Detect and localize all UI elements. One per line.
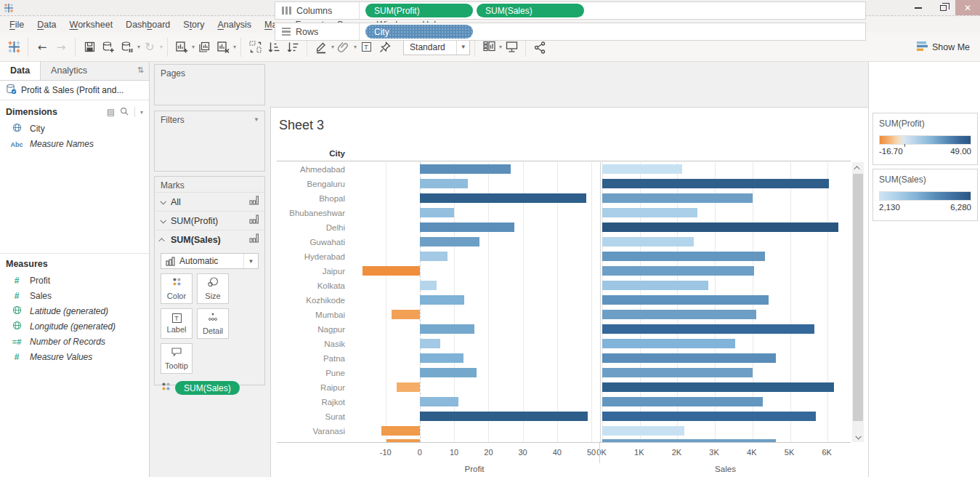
row-label-jaipur[interactable]: Jaipur [323, 264, 345, 278]
label-button[interactable]: T Label [161, 308, 193, 339]
data-source-item[interactable]: Profit & Sales (Profit and... [0, 81, 149, 100]
row-label-ahmedabad[interactable]: Ahmedabad [300, 162, 345, 177]
dimension-city[interactable]: City [0, 121, 149, 136]
sales-bar-raipur[interactable] [602, 382, 834, 392]
profit-bar-kozhikode[interactable] [420, 295, 464, 305]
profit-bar-pune[interactable] [420, 368, 477, 377]
profit-bar-bhopal[interactable] [420, 193, 586, 203]
sales-axis-title[interactable]: Sales [715, 465, 736, 473]
menu-item-analysis[interactable]: Analysis [211, 18, 258, 31]
sales-bar-rajkot[interactable] [602, 397, 763, 406]
view-as-list-icon[interactable]: ▤ [107, 107, 115, 117]
new-data-source-icon[interactable] [99, 37, 118, 57]
marks-row-all[interactable]: All [155, 192, 264, 211]
measure-measure-values[interactable]: #Measure Values [0, 349, 149, 364]
profit-bar-jaipur[interactable] [363, 266, 420, 276]
sales-bar-bhubaneshwar[interactable] [602, 208, 697, 217]
menu-item-file[interactable]: File [3, 18, 31, 31]
profit-axis-title[interactable]: Profit [465, 465, 485, 473]
new-worksheet-icon[interactable] [172, 37, 191, 57]
profit-bar-surat[interactable] [420, 412, 588, 421]
size-button[interactable]: Size [197, 273, 229, 304]
filters-menu-caret[interactable]: ▼ [254, 116, 259, 123]
row-label-pune[interactable]: Pune [325, 366, 345, 380]
sales-bar-bengaluru[interactable] [602, 179, 829, 188]
sales-bar-hyderabad[interactable] [602, 252, 765, 261]
find-field-icon[interactable] [120, 107, 129, 118]
row-label-surat[interactable]: Surat [325, 409, 346, 424]
profit-bar-kolkata[interactable] [420, 281, 437, 290]
dimensions-menu-caret[interactable]: ▾ [140, 109, 143, 116]
row-label-bhubaneshwar[interactable]: Bhubaneshwar [289, 206, 345, 220]
close-button[interactable]: ✕ [955, 0, 980, 15]
row-label-bhopal[interactable]: Bhopal [319, 191, 345, 206]
marks-row-sum-sales[interactable]: SUM(Sales) [155, 230, 264, 249]
row-label-kolkata[interactable]: Kolkata [317, 278, 345, 293]
dimension-measure-names[interactable]: AbcMeasure Names [0, 136, 149, 151]
marks-row-sum-profit[interactable]: SUM(Profit) [155, 211, 264, 230]
row-label-mumbai[interactable]: Mumbai [315, 308, 345, 322]
row-label-raipur[interactable]: Raipur [320, 380, 345, 395]
scroll-up-icon[interactable] [852, 162, 864, 173]
row-label-delhi[interactable]: Delhi [326, 220, 345, 235]
sales-bar-patna[interactable] [602, 353, 776, 363]
row-label-patna[interactable]: Patna [323, 351, 345, 366]
show-me-button[interactable]: Show Me [916, 41, 970, 54]
run-update-caret[interactable]: ▾ [160, 44, 163, 50]
rows-shelf[interactable]: Rows City [275, 23, 866, 41]
columns-shelf[interactable]: Columns SUM(Profit) SUM(Sales) [275, 1, 866, 20]
row-label-bengaluru[interactable]: Bengaluru [307, 177, 345, 191]
profit-bar-raipur[interactable] [397, 382, 420, 392]
sales-bar-delhi[interactable] [602, 223, 838, 232]
profit-color-legend[interactable]: SUM(Profit) -16.70 49.00 [872, 113, 978, 165]
pause-auto-updates-icon[interactable] [118, 37, 137, 57]
row-label-hyderabad[interactable]: Hyderabad [304, 249, 345, 264]
row-label-nasik[interactable]: Nasik [324, 337, 345, 351]
row-header-title[interactable]: City [277, 149, 349, 158]
sales-color-legend[interactable]: SUM(Sales) 2,130 6,280 [872, 169, 978, 221]
color-button[interactable]: Color [161, 273, 193, 304]
save-icon[interactable] [80, 37, 99, 57]
row-label-rajkot[interactable]: Rajkot [321, 395, 345, 409]
sales-bar-kolkata[interactable] [602, 281, 708, 290]
profit-bar-varanasi[interactable] [381, 426, 420, 436]
profit-bar-patna[interactable] [420, 353, 463, 363]
profit-bar-ahmedabad[interactable] [420, 164, 511, 174]
fit-mode-select[interactable]: Standard ▼ [403, 39, 470, 55]
menu-item-story[interactable]: Story [177, 18, 211, 31]
sales-bar-kozhikode[interactable] [602, 295, 769, 305]
tooltip-button[interactable]: Tooltip [161, 343, 193, 374]
run-update-icon[interactable]: ↻ [140, 37, 159, 57]
row-label-varanasi[interactable]: Varanasi [312, 424, 345, 438]
sales-bar-guwahati[interactable] [602, 237, 694, 246]
profit-bar-rajkot[interactable] [420, 397, 458, 406]
sales-bar-jaipur[interactable] [602, 266, 754, 276]
marks-sales-pill[interactable]: SUM(Sales) [175, 381, 240, 395]
menu-item-worksheet[interactable]: Worksheet [63, 18, 120, 31]
profit-bar-bhubaneshwar[interactable] [420, 208, 454, 217]
profit-bar-mumbai[interactable] [392, 310, 420, 319]
clear-sheet-caret[interactable]: ▾ [233, 44, 236, 50]
swap-rows-columns-icon[interactable] [246, 37, 264, 57]
tableau-logo-icon[interactable] [4, 37, 23, 57]
vertical-scrollbar[interactable] [852, 162, 864, 442]
sales-bar-nagpur[interactable] [602, 324, 814, 334]
menu-item-data[interactable]: Data [31, 18, 62, 31]
sales-bar-surat[interactable] [602, 412, 816, 421]
duplicate-sheet-icon[interactable] [195, 37, 214, 57]
mark-type-select[interactable]: Automatic ▼ [161, 253, 259, 269]
measure-latitude-generated[interactable]: Latitude (generated) [0, 303, 149, 318]
scroll-down-icon[interactable] [852, 431, 864, 442]
sales-bar-varanasi[interactable] [602, 426, 684, 436]
profit-bar-guwahati[interactable] [420, 237, 480, 246]
tab-data[interactable]: Data [0, 62, 41, 80]
pane-sort-icon[interactable]: ⇅ [132, 62, 149, 80]
profit-bar-delhi[interactable] [420, 223, 514, 232]
sales-bar-pune[interactable] [602, 368, 753, 377]
row-label-guwahati[interactable]: Guwahati [309, 235, 345, 249]
measure-profit[interactable]: #Profit [0, 273, 149, 288]
profit-bar-nasik[interactable] [420, 339, 440, 348]
profit-legend-gradient[interactable] [879, 135, 971, 145]
sales-bar-nasik[interactable] [602, 339, 735, 348]
row-label-nagpur[interactable]: Nagpur [317, 322, 345, 337]
